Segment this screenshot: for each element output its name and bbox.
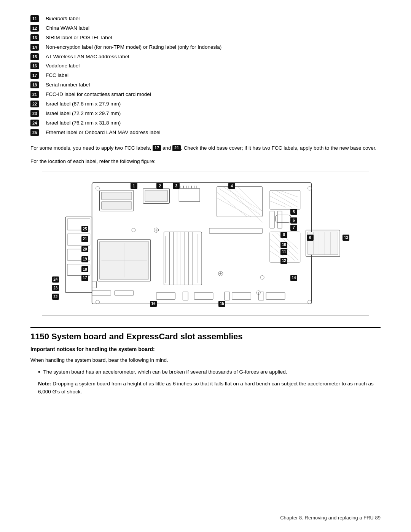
- svg-line-26: [217, 198, 251, 217]
- diag-badge-21: 21: [81, 236, 88, 242]
- svg-rect-66: [266, 292, 285, 299]
- svg-point-79: [260, 275, 264, 279]
- svg-point-77: [308, 300, 312, 304]
- badge-22: 22: [30, 101, 39, 107]
- svg-rect-61: [183, 292, 188, 300]
- svg-line-21: [223, 187, 262, 211]
- diag-badge-20: 20: [81, 246, 88, 252]
- diag-badge-14: 14: [290, 275, 297, 281]
- svg-rect-7: [101, 192, 132, 200]
- diagram-container: 1 2 3 4 5 6 7 8 9 10 11 12 13 14 15 16 1…: [42, 171, 369, 316]
- svg-line-22: [226, 187, 262, 223]
- label-row-11: 11Bluetooth label: [30, 15, 381, 22]
- label-text-25: Ethernet label or Onboard LAN MAV addres…: [46, 129, 160, 136]
- inline-badge-17: 17: [153, 145, 161, 151]
- label-row-13: 13SIRIM label or POSTEL label: [30, 34, 381, 42]
- svg-rect-73: [209, 228, 262, 233]
- label-row-22: 22Israel label (67.8 mm x 27.9 mm): [30, 101, 381, 108]
- svg-rect-11: [179, 189, 200, 202]
- diag-badge-22: 22: [52, 294, 59, 300]
- bullet-dot: •: [38, 368, 40, 376]
- diagram-svg: [42, 171, 369, 315]
- badge-13: 13: [30, 34, 39, 41]
- svg-line-23: [232, 187, 263, 217]
- label-text-14: Non-encryption label (for non-TPM model)…: [46, 44, 221, 51]
- svg-rect-60: [156, 292, 175, 299]
- badge-24: 24: [30, 120, 39, 126]
- bullet-item-1: • The system board has an accelerometer,…: [30, 368, 381, 376]
- diag-badge-12: 12: [280, 258, 287, 264]
- label-text-13: SIRIM label or POSTEL label: [46, 34, 112, 42]
- badge-11: 11: [30, 15, 39, 22]
- diag-badge-25: 25: [81, 226, 88, 232]
- svg-rect-69: [92, 291, 111, 295]
- diag-badge-16: 16: [150, 301, 157, 307]
- diag-badge-10: 10: [280, 242, 287, 248]
- diag-badge-19: 19: [81, 256, 88, 262]
- label-row-17: 17FCC label: [30, 72, 381, 79]
- label-text-23: Israel label (72.2 mm x 29.7 mm): [46, 110, 121, 117]
- label-row-12: 12China WWAN label: [30, 25, 381, 32]
- section-title: 1150 System board and ExpressCard slot a…: [30, 332, 381, 342]
- svg-rect-71: [270, 211, 274, 228]
- diag-badge-24: 24: [52, 276, 59, 283]
- note-label: Note:: [38, 381, 53, 387]
- svg-rect-8: [101, 201, 132, 209]
- svg-line-20: [219, 189, 260, 215]
- label-text-15: AT Wireless LAN MAC address label: [46, 53, 129, 61]
- diag-badge-8: 8: [280, 232, 287, 238]
- inline-badge-21: 21: [172, 145, 181, 151]
- label-text-16: Vodafone label: [46, 62, 80, 70]
- svg-rect-70: [115, 291, 134, 295]
- label-row-15: 15AT Wireless LAN MAC address label: [30, 53, 381, 61]
- note-para: Note: Dropping a system board from a hei…: [30, 380, 381, 396]
- badge-14: 14: [30, 44, 39, 51]
- svg-rect-72: [277, 211, 282, 228]
- badge-15: 15: [30, 53, 39, 60]
- label-row-18: 18Serial number label: [30, 81, 381, 89]
- badge-25: 25: [30, 129, 39, 136]
- diag-badge-11: 11: [280, 249, 287, 255]
- label-text-11: Bluetooth label: [46, 15, 80, 22]
- svg-rect-65: [258, 292, 264, 300]
- svg-rect-63: [225, 292, 230, 300]
- label-text-22: Israel label (67.8 mm x 27.9 mm): [46, 101, 121, 108]
- svg-point-76: [96, 300, 100, 304]
- badge-16: 16: [30, 62, 39, 69]
- label-text-18: Serial number label: [46, 81, 90, 89]
- diag-badge-17: 17: [81, 275, 88, 281]
- label-list: 11Bluetooth label12China WWAN label13SIR…: [30, 15, 381, 136]
- label-row-21: 21FCC-ID label for contactless smart car…: [30, 91, 381, 98]
- badge-18: 18: [30, 81, 39, 88]
- important-heading: Important notices for handling the syste…: [30, 346, 381, 352]
- badge-23: 23: [30, 110, 39, 117]
- diag-badge-2: 2: [156, 183, 163, 189]
- diag-badge-9: 9: [307, 235, 314, 241]
- fcc-paragraph: For some models, you need to apply two F…: [30, 144, 381, 152]
- diag-badge-1: 1: [131, 183, 137, 189]
- diag-badge-18: 18: [81, 266, 88, 272]
- diag-badge-7: 7: [290, 225, 297, 231]
- label-row-25: 25Ethernet label or Onboard LAN MAV addr…: [30, 129, 381, 136]
- badge-21: 21: [30, 91, 39, 98]
- label-text-21: FCC-ID label for contactless smart card …: [46, 91, 151, 98]
- badge-12: 12: [30, 25, 39, 32]
- label-text-12: China WWAN label: [46, 25, 89, 32]
- diag-badge-15: 15: [218, 301, 225, 307]
- diag-badge-23: 23: [52, 285, 59, 291]
- label-row-16: 16Vodafone label: [30, 62, 381, 70]
- label-row-24: 24Israel label (76.2 mm x 31.8 mm): [30, 120, 381, 127]
- section-rule: [30, 327, 381, 328]
- svg-rect-68: [92, 281, 97, 288]
- svg-line-24: [238, 187, 263, 211]
- diag-badge-5: 5: [290, 209, 297, 215]
- svg-point-75: [308, 187, 312, 190]
- diag-badge-3: 3: [173, 183, 180, 189]
- footer-text: Chapter 8. Removing and replacing a FRU …: [280, 515, 381, 521]
- svg-rect-62: [194, 292, 213, 299]
- svg-rect-67: [276, 215, 291, 222]
- bullet-text: The system board has an accelerometer, w…: [43, 368, 287, 376]
- badge-17: 17: [30, 72, 39, 79]
- svg-point-78: [132, 228, 135, 232]
- page-footer: Chapter 8. Removing and replacing a FRU …: [280, 515, 381, 521]
